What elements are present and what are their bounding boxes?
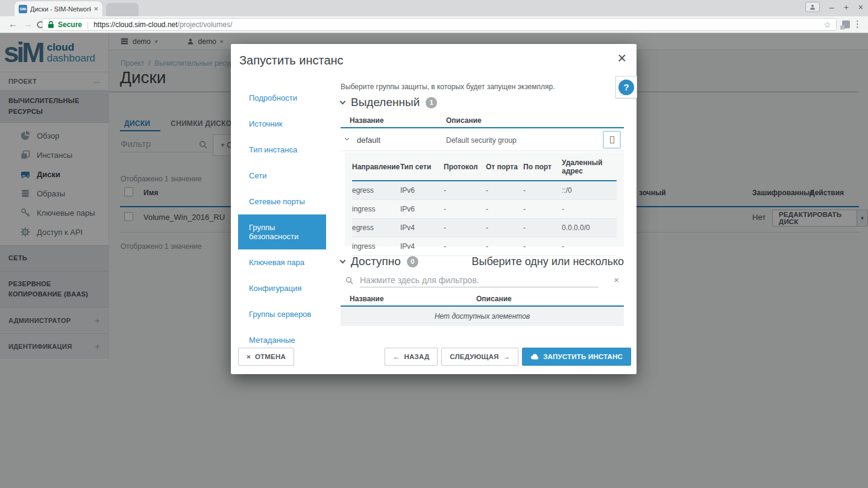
- rule-cell: -: [523, 219, 562, 237]
- step-server-groups[interactable]: Группы серверов: [238, 301, 326, 327]
- security-rules-table: Направление Тип сети Протокол От порта П…: [352, 153, 617, 256]
- url-host: https://cloud.sim-cloud.net: [93, 20, 177, 29]
- screen: SIM Диски - SIM-Networks × – + × ← → Sec…: [0, 0, 868, 488]
- forward-button[interactable]: →: [23, 19, 32, 29]
- arrow-right-icon: →: [503, 353, 511, 360]
- person-icon: [809, 4, 816, 11]
- rule-cell: egress: [352, 181, 400, 200]
- browser-tab[interactable]: SIM Диски - SIM-Networks ×: [14, 1, 102, 16]
- bookmark-star-icon[interactable]: ☆: [823, 20, 831, 30]
- step-configuration[interactable]: Конфигурация: [238, 275, 326, 301]
- browser-profile-button[interactable]: [805, 2, 820, 12]
- chevron-down-icon: [340, 257, 346, 263]
- deallocate-button[interactable]: [603, 131, 621, 149]
- allocated-count-badge: 1: [426, 97, 437, 108]
- select-hint: Выберите одну или несколько: [472, 255, 624, 268]
- rule-cell: IPv6: [400, 200, 444, 219]
- extension-icon[interactable]: [842, 20, 850, 28]
- modal-close-icon[interactable]: ×: [617, 49, 626, 67]
- rule-row: egressIPv4---0.0.0.0/0: [352, 219, 617, 237]
- security-group-name: default: [357, 136, 380, 145]
- rule-cell: -: [486, 219, 523, 237]
- step-network-ports[interactable]: Сетевые порты: [238, 189, 326, 214]
- available-count-badge: 0: [407, 256, 418, 267]
- security-rules-panel: Направление Тип сети Протокол От порта П…: [345, 152, 624, 246]
- rule-cell: -: [486, 200, 523, 219]
- rule-cell: egress: [352, 219, 400, 237]
- available-heading[interactable]: Доступно 0: [341, 255, 418, 268]
- next-button[interactable]: СЛЕДУЮЩАЯ →: [441, 348, 518, 366]
- modal-footer: × ОТМЕНА ← НАЗАД СЛЕДУЮЩАЯ → ЗАПУСТИТЬ И…: [231, 340, 637, 374]
- column-remote: Удаленный адрес: [562, 153, 617, 181]
- cancel-button[interactable]: × ОТМЕНА: [238, 348, 294, 366]
- window-minimize-button[interactable]: –: [829, 2, 834, 12]
- rule-row: ingressIPv4----: [352, 237, 617, 256]
- column-port-to: По порт: [523, 153, 562, 181]
- step-details[interactable]: Подробности: [238, 85, 326, 111]
- tab-title: Диски - SIM-Networks: [30, 5, 91, 13]
- column-port-from: От порта: [486, 153, 523, 181]
- close-icon: ×: [247, 353, 251, 360]
- secure-label: Secure: [58, 20, 82, 29]
- rule-cell: -: [523, 200, 562, 219]
- available-heading-label: Доступно: [351, 255, 401, 268]
- arrow-left-icon: ←: [393, 353, 400, 360]
- back-button[interactable]: ←: [8, 19, 17, 29]
- column-direction: Направление: [352, 153, 400, 181]
- allocated-heading-label: Выделенный: [351, 96, 420, 109]
- rule-cell: ingress: [352, 237, 400, 256]
- rule-cell: -: [444, 237, 486, 256]
- security-group-description: Default security group: [446, 136, 517, 145]
- tab-close-icon[interactable]: ×: [93, 5, 98, 13]
- rule-cell: ::/0: [562, 181, 617, 200]
- chevron-down-icon: [345, 136, 349, 140]
- available-filter-input[interactable]: [360, 273, 599, 287]
- column-description: Описание: [446, 116, 482, 125]
- launch-instance-button[interactable]: ЗАПУСТИТЬ ИНСТАНС: [522, 348, 631, 366]
- rule-cell: -: [562, 200, 617, 219]
- url-bar[interactable]: Secure | https://cloud.sim-cloud.net/pro…: [42, 18, 837, 31]
- step-key-pair[interactable]: Ключевая пара: [238, 249, 326, 275]
- lock-icon: [48, 20, 54, 28]
- allocated-row-default[interactable]: default Default security group: [341, 128, 624, 151]
- rule-cell: -: [486, 237, 523, 256]
- launch-instance-modal: Запустить инстанс × Подробности Источник…: [231, 44, 637, 374]
- rule-cell: ingress: [352, 200, 400, 219]
- rule-cell: -: [444, 200, 486, 219]
- rule-cell: IPv4: [400, 219, 444, 237]
- next-label: СЛЕДУЮЩАЯ: [450, 353, 498, 360]
- rule-cell: 0.0.0.0/0: [562, 219, 617, 237]
- window-maximize-button[interactable]: +: [844, 2, 849, 12]
- help-icon: ?: [618, 80, 634, 95]
- new-tab-button[interactable]: [106, 3, 139, 16]
- rule-cell: -: [562, 237, 617, 256]
- allocated-heading[interactable]: Выделенный 1: [341, 96, 437, 109]
- modal-title: Запустить инстанс: [239, 54, 344, 67]
- available-filter: ×: [341, 273, 624, 289]
- step-source[interactable]: Источник: [238, 111, 326, 137]
- column-description: Описание: [476, 295, 512, 303]
- rule-cell: -: [523, 237, 562, 256]
- chevron-down-icon: [340, 98, 346, 104]
- help-button[interactable]: ?: [615, 76, 637, 98]
- back-label: НАЗАД: [404, 353, 430, 360]
- wizard-steps: Подробности Источник Тип инстанса Сети С…: [238, 85, 326, 353]
- column-name: Название: [350, 116, 384, 125]
- step-networks[interactable]: Сети: [238, 163, 326, 189]
- browser-tabstrip: SIM Диски - SIM-Networks × – + ×: [0, 0, 868, 16]
- rule-row: ingressIPv6----: [352, 200, 617, 219]
- browser-menu-icon[interactable]: ⋮: [853, 19, 862, 30]
- step-security-groups[interactable]: Группы безопасности: [238, 214, 326, 249]
- clear-filter-icon[interactable]: ×: [614, 275, 619, 285]
- step-flavor[interactable]: Тип инстанса: [238, 137, 326, 163]
- step-description: Выберите группы защиты, в которых будет …: [341, 83, 600, 91]
- url-path: /project/volumes/: [178, 20, 233, 29]
- browser-toolbar: ← → Secure | https://cloud.sim-cloud.net…: [0, 16, 868, 33]
- rule-cell: IPv4: [400, 237, 444, 256]
- cloud-upload-icon: [530, 354, 539, 360]
- rule-cell: IPv6: [400, 181, 444, 200]
- launch-label: ЗАПУСТИТЬ ИНСТАНС: [543, 353, 623, 360]
- rule-cell: -: [523, 181, 562, 200]
- window-close-button[interactable]: ×: [858, 2, 863, 12]
- back-button[interactable]: ← НАЗАД: [385, 348, 438, 366]
